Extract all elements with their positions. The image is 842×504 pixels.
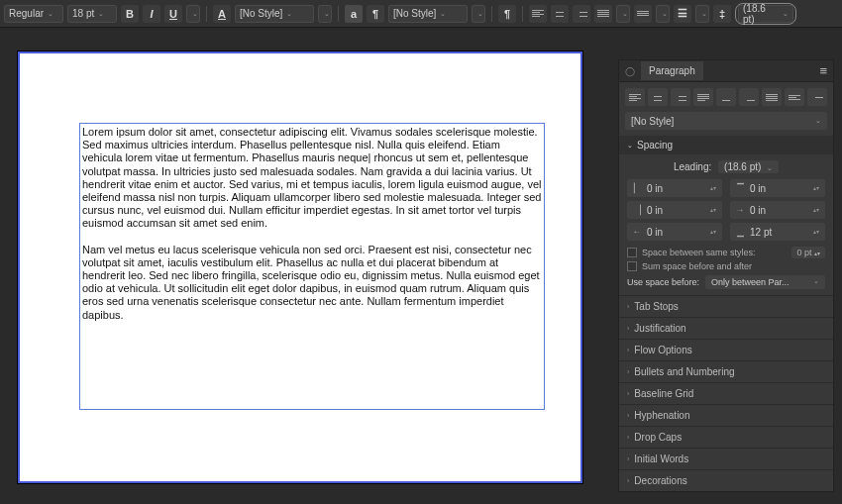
vert-align-more[interactable]: ⌄ <box>656 5 670 23</box>
space-after-icon: ▁ <box>734 227 746 237</box>
text-frame[interactable]: Lorem ipsum dolor sit amet, consectetur … <box>79 123 545 410</box>
italic-button[interactable]: I <box>143 5 160 23</box>
align-right-button[interactable] <box>573 5 590 23</box>
panel-align-right[interactable] <box>671 88 690 106</box>
spacing-label: Spacing <box>637 140 673 151</box>
para-style-icon[interactable]: a <box>345 5 363 23</box>
initial-words-section[interactable]: ›Initial Words <box>619 448 833 469</box>
last-line-field[interactable]: ←0 in▴▾ <box>627 223 722 241</box>
right-indent-field[interactable]: ▕0 in▴▾ <box>627 201 722 219</box>
use-space-label: Use space before: <box>627 277 699 287</box>
stepper-icon[interactable]: ▴▾ <box>710 186 718 191</box>
panel-align-away[interactable] <box>807 88 827 106</box>
pilcrow-icon[interactable]: ¶ <box>367 5 384 23</box>
panel-align-center[interactable] <box>648 88 668 106</box>
sum-space-checkbox[interactable] <box>627 261 637 271</box>
panel-menu-icon[interactable]: ≡ <box>819 63 827 78</box>
font-weight-dropdown[interactable]: Regular ⌄ <box>4 5 63 23</box>
show-invisibles-button[interactable]: ¶ <box>498 5 516 23</box>
align-justify-button[interactable] <box>594 5 612 23</box>
first-line-icon: → <box>734 205 746 215</box>
same-styles-row: Space between same styles: 0 pt ▴▾ <box>627 247 825 258</box>
separator <box>491 6 492 22</box>
stepper-icon[interactable]: ▴▾ <box>813 186 821 191</box>
stepper-icon[interactable]: ▴▾ <box>813 208 821 213</box>
sum-space-label: Sum space before and after <box>642 261 752 271</box>
spacing-fields: ▏0 in▴▾ ▔0 in▴▾ ▕0 in▴▾ →0 in▴▾ ←0 in▴▾ … <box>627 179 825 241</box>
flow-options-section[interactable]: ›Flow Options <box>619 339 833 360</box>
leading-value: (18.6 pt) <box>743 3 779 25</box>
panel-style-value: [No Style] <box>631 116 674 127</box>
stepper-icon[interactable]: ▴▾ <box>813 230 821 235</box>
panel-justify-left[interactable] <box>693 88 713 106</box>
caret-right-icon: › <box>627 477 629 484</box>
caret-right-icon: › <box>627 455 629 462</box>
underline-button[interactable]: U <box>164 5 182 23</box>
stepper-icon[interactable]: ▴▾ <box>710 208 718 213</box>
document-page[interactable]: Lorem ipsum dolor sit amet, consectetur … <box>18 51 582 483</box>
hyphenation-section[interactable]: ›Hyphenation <box>619 404 833 426</box>
baseline-grid-section[interactable]: ›Baseline Grid <box>619 382 833 404</box>
panel-body: [No Style] ⌄ <box>619 82 833 130</box>
chevron-down-icon: ⌄ <box>286 10 292 18</box>
bullets-section[interactable]: ›Bullets and Numbering <box>619 360 833 382</box>
bold-button[interactable]: B <box>121 5 139 23</box>
same-styles-checkbox[interactable] <box>627 248 637 257</box>
paragraph-panel: ◯ Paragraph ≡ [No Style] ⌄ ⌄ Spacing Lea… <box>618 59 834 492</box>
panel-style-dropdown[interactable]: [No Style] ⌄ <box>625 112 827 130</box>
decorations-section[interactable]: ›Decorations <box>619 469 833 491</box>
font-size-value: 18 pt <box>72 8 94 19</box>
last-line-icon: ← <box>631 227 643 237</box>
spacing-section-header[interactable]: ⌄ Spacing <box>619 136 833 154</box>
separator <box>338 6 339 22</box>
close-icon[interactable]: ◯ <box>625 66 635 76</box>
chevron-down-icon: ⌄ <box>98 10 104 18</box>
panel-justify-right[interactable] <box>739 88 759 106</box>
use-space-dropdown[interactable]: Only between Par... ⌄ <box>705 275 825 289</box>
list-button[interactable]: ☰ <box>674 5 691 23</box>
para-style-more[interactable]: ⌄ <box>472 5 485 23</box>
leading-highlight: (18.6 pt) ⌄ <box>735 3 796 25</box>
caret-right-icon: › <box>627 325 629 332</box>
panel-align-towards[interactable] <box>785 88 804 106</box>
stepper-icon[interactable]: ▴▾ <box>710 230 718 235</box>
first-line-field[interactable]: →0 in▴▾ <box>730 201 825 219</box>
leading-row: Leading: (18.6 pt) ⌄ <box>627 160 825 173</box>
char-style-more[interactable]: ⌄ <box>318 5 332 23</box>
space-after-field[interactable]: ▁12 pt▴▾ <box>730 223 825 241</box>
text-content[interactable]: Lorem ipsum dolor sit amet, consectetur … <box>80 124 544 337</box>
stepper-icon: ▴▾ <box>814 251 820 256</box>
chevron-down-icon: ⌄ <box>783 10 789 18</box>
tab-stops-section[interactable]: ›Tab Stops <box>619 295 833 317</box>
leading-icon[interactable]: ‡ <box>713 5 731 23</box>
chevron-down-icon: ⌄ <box>192 10 198 18</box>
font-size-dropdown[interactable]: 18 pt ⌄ <box>67 5 117 23</box>
space-before-field[interactable]: ▔0 in▴▾ <box>730 179 825 197</box>
chevron-down-icon: ⌄ <box>701 10 707 18</box>
more-text-dropdown[interactable]: ⌄ <box>186 5 200 23</box>
left-indent-field[interactable]: ▏0 in▴▾ <box>627 179 722 197</box>
align-left-button[interactable] <box>529 5 547 23</box>
vert-align-button[interactable] <box>634 5 652 23</box>
same-styles-value[interactable]: 0 pt ▴▾ <box>791 247 825 258</box>
panel-align-left[interactable] <box>625 88 645 106</box>
align-center-button[interactable] <box>551 5 569 23</box>
list-more[interactable]: ⌄ <box>695 5 709 23</box>
caret-right-icon: › <box>627 412 629 419</box>
justification-section[interactable]: ›Justification <box>619 317 833 339</box>
drop-caps-section[interactable]: ›Drop Caps <box>619 426 833 448</box>
paragraph-1: Lorem ipsum dolor sit amet, consectetur … <box>82 126 542 231</box>
panel-justify-all[interactable] <box>762 88 782 106</box>
spacing-section: Leading: (18.6 pt) ⌄ ▏0 in▴▾ ▔0 in▴▾ ▕0 … <box>619 154 833 295</box>
panel-justify-center[interactable] <box>716 88 736 106</box>
char-style-dropdown[interactable]: [No Style] ⌄ <box>235 5 314 23</box>
caret-right-icon: › <box>627 368 629 375</box>
panel-tab[interactable]: Paragraph <box>641 61 703 80</box>
char-style-icon[interactable]: A <box>213 5 231 23</box>
para-style-dropdown[interactable]: [No Style] ⌄ <box>388 5 468 23</box>
align-more[interactable]: ⌄ <box>616 5 630 23</box>
separator <box>522 6 523 22</box>
sum-space-row: Sum space before and after <box>627 261 825 271</box>
panel-leading-dropdown[interactable]: (18.6 pt) ⌄ <box>718 160 779 173</box>
leading-dropdown[interactable]: (18.6 pt) ⌄ <box>738 5 793 23</box>
